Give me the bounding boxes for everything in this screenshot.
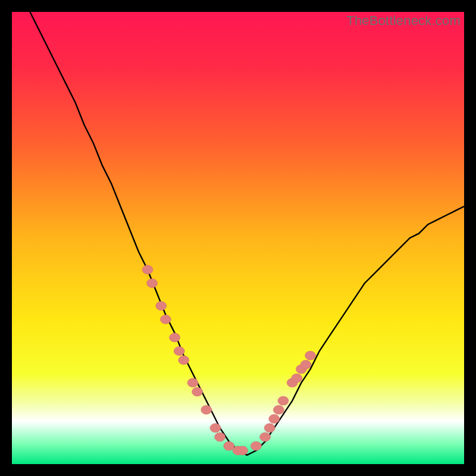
- chart-frame: TheBottleneck.com: [12, 12, 464, 464]
- data-marker: [187, 378, 198, 387]
- data-marker: [156, 302, 167, 311]
- data-marker: [260, 433, 271, 441]
- data-marker: [147, 279, 158, 288]
- data-marker: [273, 405, 284, 414]
- data-marker: [269, 415, 280, 424]
- gradient-background: [12, 12, 464, 464]
- data-marker: [174, 347, 184, 356]
- data-marker: [278, 396, 289, 405]
- data-marker: [201, 405, 212, 414]
- data-marker: [264, 424, 275, 433]
- data-marker: [170, 333, 180, 342]
- data-marker: [142, 265, 153, 274]
- data-marker: [292, 374, 302, 383]
- data-marker: [178, 356, 189, 365]
- data-marker: [160, 315, 171, 324]
- data-marker: [300, 360, 311, 369]
- data-marker: [250, 441, 261, 450]
- data-marker: [237, 446, 248, 455]
- data-marker: [192, 387, 203, 396]
- data-marker: [215, 433, 226, 441]
- data-marker: [305, 351, 316, 360]
- chart-plot: [12, 12, 464, 464]
- data-marker: [210, 424, 221, 433]
- data-marker: [224, 441, 234, 450]
